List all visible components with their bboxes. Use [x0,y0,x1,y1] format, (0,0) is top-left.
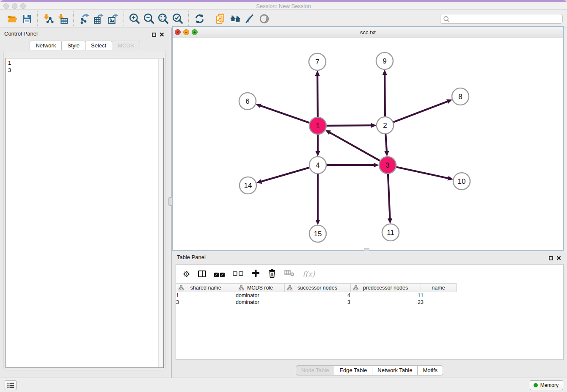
graph-edge-3-10[interactable] [396,167,449,178]
toolbar-separator [73,11,74,26]
import-table-icon[interactable] [55,11,70,26]
float-panel-icon[interactable] [152,31,156,39]
svg-text:7: 7 [315,58,319,66]
mcds-result-text[interactable]: 1 3 [6,58,164,368]
svg-text:11: 11 [387,229,394,237]
graph-node-9[interactable]: 9 [376,52,393,69]
svg-text:4: 4 [316,161,319,169]
graph-node-2[interactable]: 2 [377,117,394,134]
window-title: Session: New Session [0,3,567,9]
refresh-icon[interactable] [192,11,206,26]
copy-network-icon[interactable] [214,11,228,26]
graph-edge-4-14[interactable] [261,168,309,182]
svg-text:6: 6 [245,97,249,105]
column-header-predecessor-nodes[interactable]: predecessor nodes [350,284,421,292]
tab-select[interactable]: Select [85,41,112,51]
graph-node-7[interactable]: 7 [309,53,326,70]
table-panel-tabs: Node TableEdge TableNetwork TableMotifs [172,365,567,375]
window-titlebar: Session: New Session [0,2,567,10]
svg-text:3: 3 [385,161,389,169]
close-panel-icon[interactable] [160,31,164,39]
task-history-button[interactable] [5,380,17,390]
tab-mcds[interactable]: MCDS [112,41,140,51]
search-input[interactable] [452,16,562,22]
zoom-out-icon[interactable] [142,11,156,26]
table-row[interactable]: 3dominator323 [176,299,456,306]
tab-network[interactable]: Network [30,41,62,51]
graph-node-3[interactable]: 3 [379,157,396,174]
toolbar-separator [37,11,38,26]
panel-divider-grip[interactable] [168,197,172,206]
close-table-panel-icon[interactable] [556,254,561,262]
graph-node-11[interactable]: 11 [382,224,399,241]
status-bar: Memory [0,378,567,392]
export-network-icon[interactable] [77,11,91,26]
graph-node-4[interactable]: 4 [309,157,326,174]
search-field[interactable] [440,14,563,24]
delete-column-icon[interactable] [268,268,276,279]
deselect-checkboxes-icon[interactable] [233,270,243,278]
zoom-selected-icon[interactable] [171,11,185,26]
svg-text:14: 14 [244,182,252,190]
memory-label: Memory [540,382,559,388]
column-header-shared-name[interactable]: shared name [176,284,236,292]
svg-text:8: 8 [458,93,462,101]
import-network-icon[interactable] [41,11,55,26]
network-window: × − + scc.txt 1234678910111415 [172,26,564,251]
graph-node-6[interactable]: 6 [239,93,256,110]
export-image-icon[interactable] [106,11,120,26]
toolbar-separator [188,11,189,26]
node-table: shared nameMCDS rolesuccessor nodesprede… [176,283,457,306]
graph-node-14[interactable]: 14 [239,177,256,194]
graph-node-8[interactable]: 8 [452,88,469,105]
column-header-name[interactable]: name [421,284,456,292]
table-row[interactable]: 1dominator411 [176,292,456,299]
tab-network-table[interactable]: Network Table [372,365,418,375]
column-header-mcds-role[interactable]: MCDS role [236,284,284,292]
graph-edge-2-8[interactable] [394,101,448,122]
tab-style[interactable]: Style [61,41,85,51]
network-window-title: scc.txt [173,29,563,36]
list-icon [7,382,14,388]
settings-gear-icon[interactable]: ⚙ [183,270,190,278]
graph-edge-1-6[interactable] [260,106,309,123]
save-icon[interactable] [19,11,34,26]
graph-canvas[interactable]: 1234678910111415 [173,38,563,250]
tab-motifs[interactable]: Motifs [417,365,443,375]
zoom-fit-icon[interactable] [156,11,171,26]
memory-button[interactable]: Memory [530,380,563,390]
network-table-divider-grip[interactable] [364,248,369,251]
svg-text:2: 2 [383,121,387,130]
graph-edge-1-7[interactable] [317,75,318,117]
delete-table-icon [284,269,295,279]
folder-open-icon[interactable] [5,11,19,26]
svg-text:15: 15 [314,230,322,238]
home-icon[interactable] [228,11,242,26]
select-all-checkboxes-icon[interactable]: ✓✓ [214,270,225,278]
tab-node-table[interactable]: Node Table [296,365,335,375]
graph-node-10[interactable]: 10 [453,173,470,190]
style-brush-icon[interactable] [242,11,257,26]
graph-edge-3-11[interactable] [388,174,390,219]
zoom-in-icon[interactable] [127,11,142,26]
graph-edge-2-3[interactable] [385,134,387,152]
mcds-result-scrollbar[interactable] [158,59,163,367]
graph-edge-3-1[interactable] [330,133,380,161]
network-window-titlebar[interactable]: × − + scc.txt [173,27,563,38]
graph-edge-1-2[interactable] [327,125,372,126]
graph-node-15[interactable]: 15 [309,225,326,242]
column-layout-icon[interactable] [198,271,206,277]
toolbar-separator [124,11,124,26]
tab-edge-table[interactable]: Edge Table [334,365,372,375]
float-table-panel-icon[interactable] [549,254,553,262]
export-table-icon[interactable] [91,11,106,26]
graph-edge-2-9[interactable] [385,75,385,116]
add-column-icon[interactable] [251,269,260,279]
eye-icon[interactable] [257,11,271,26]
toolbar-separator [210,11,210,26]
control-panel: Control Panel NetworkStyleSelectMCDS Opt… [0,28,169,378]
svg-text:9: 9 [383,57,386,65]
column-header-successor-nodes[interactable]: successor nodes [284,284,350,292]
graph-node-1[interactable]: 1 [309,117,326,134]
svg-text:1: 1 [316,122,319,130]
